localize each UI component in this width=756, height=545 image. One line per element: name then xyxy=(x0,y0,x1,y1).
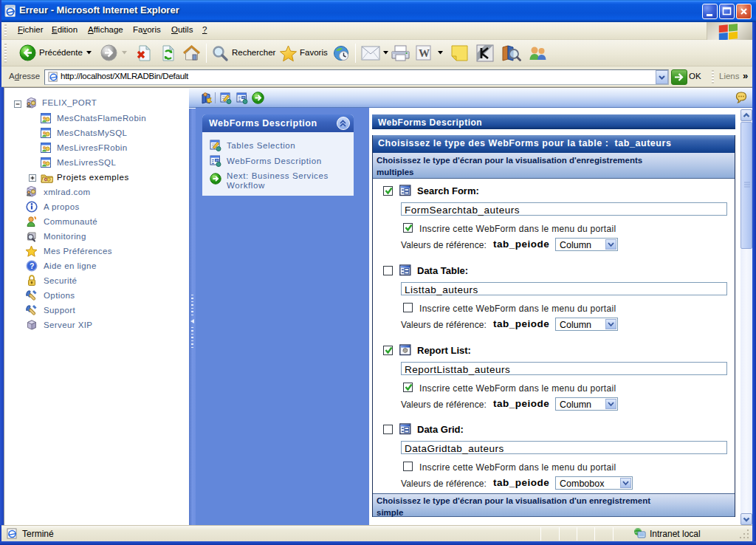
svg-text:W: W xyxy=(419,47,430,59)
svg-text:?: ? xyxy=(30,261,34,270)
